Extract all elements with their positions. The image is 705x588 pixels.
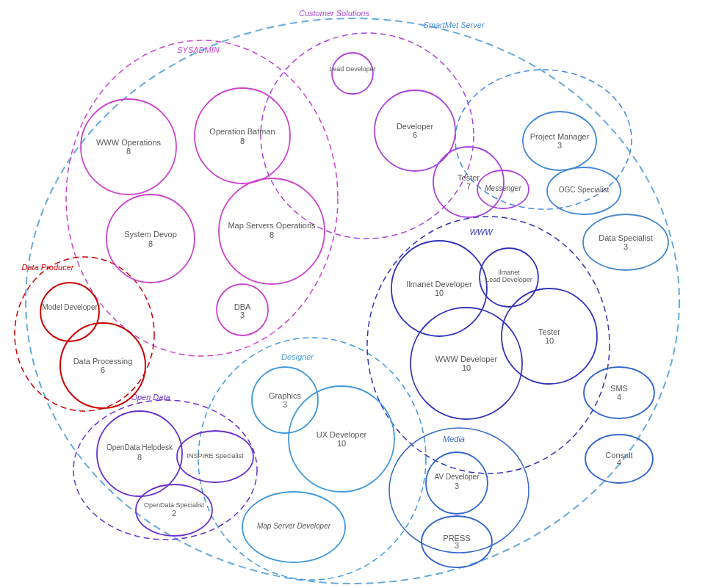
data-specialist-count: 3 <box>623 242 628 251</box>
opendata-helpdesk-count: 8 <box>137 453 142 462</box>
opendata-specialist-count: 2 <box>172 509 176 518</box>
ogc-specialist-label: OGC Specialist <box>559 186 610 194</box>
www-developer-label: WWW Developer <box>435 355 498 363</box>
project-manager-count: 3 <box>557 141 562 150</box>
inspire-specialist-label: INSPIRE Specialist <box>187 452 244 460</box>
media-label: Media <box>443 435 465 443</box>
av-developer-count: 3 <box>455 482 459 490</box>
ux-developer-count: 10 <box>337 439 346 448</box>
data-producer-label: Data Producer <box>22 263 75 272</box>
messenger-label: Messenger <box>485 184 521 192</box>
dba-count: 3 <box>240 311 245 319</box>
system-devop-label: System Devop <box>124 230 177 239</box>
diagram-container: SYSADMIN Customer Solutions SmartMet Ser… <box>0 0 705 588</box>
customer-solutions-label: Customer Solutions <box>299 9 369 18</box>
ux-developer-label: UX Developer <box>317 430 367 439</box>
data-producer-boundary <box>15 257 154 411</box>
model-developer-circle[interactable] <box>40 283 99 341</box>
www-boundary <box>367 217 610 473</box>
tester-cs-count: 7 <box>466 182 471 191</box>
opendata-helpdesk-label: OpenData Helpdesk <box>106 443 173 451</box>
model-developer-label: Model Developer <box>42 303 98 311</box>
graphics-count: 3 <box>283 400 287 409</box>
sysadmin-label: SYSADMIN <box>177 46 220 54</box>
lead-developer-cs-circle[interactable] <box>332 53 373 94</box>
consult-count: 4 <box>617 458 621 467</box>
data-specialist-label: Data Specialist <box>599 233 652 242</box>
tester-www-count: 10 <box>545 336 554 345</box>
customer-solutions-boundary <box>261 33 474 239</box>
system-devop-circle[interactable] <box>106 195 195 283</box>
ilmanet-developer-label: Ilmanet Developer <box>406 280 472 288</box>
tester-cs-label: Tester <box>458 173 480 182</box>
ilmanet-lead-developer-label: Ilmanet <box>498 269 520 276</box>
designer-label: Designer <box>281 352 314 361</box>
operation-batman-count: 8 <box>240 137 245 145</box>
av-developer-label: AV Developer <box>435 473 480 481</box>
sms-count: 4 <box>617 393 621 402</box>
developer-count: 6 <box>413 131 417 139</box>
data-processing-label: Data Processing <box>73 357 133 366</box>
sysadmin-boundary <box>66 40 338 356</box>
tester-www-label: Tester <box>538 327 560 336</box>
open-data-boundary <box>73 400 257 540</box>
bubble-chart: SYSADMIN Customer Solutions SmartMet Ser… <box>0 0 705 588</box>
www-operations-count: 8 <box>126 147 131 156</box>
open-data-label: Open Data <box>131 393 170 402</box>
www-operations-label: WWW Operations <box>96 138 162 147</box>
sms-label: SMS <box>610 384 628 393</box>
www-label: WWW <box>469 228 494 236</box>
map-servers-ops-label: Map Servers Operations <box>228 221 316 230</box>
data-processing-count: 6 <box>101 366 105 374</box>
opendata-specialist-label: OpenData Specialist <box>144 501 205 509</box>
smartmet-label: SmartMet Server <box>423 21 485 29</box>
www-developer-count: 10 <box>462 363 471 372</box>
map-servers-ops-count: 8 <box>270 231 274 239</box>
project-manager-label: Project Manager <box>530 132 590 141</box>
operation-batman-circle[interactable] <box>195 88 290 184</box>
press-count: 3 <box>455 541 459 550</box>
ilmanet-developer-count: 10 <box>435 288 444 297</box>
system-devop-count: 8 <box>148 239 153 248</box>
graphics-label: Graphics <box>269 391 302 400</box>
map-server-developer-label: Map Server Developer <box>257 522 331 530</box>
developer-label: Developer <box>397 122 433 131</box>
lead-developer-cs-label: Lead Developer <box>329 65 376 73</box>
ilmanet-lead-developer-label2: Lead Developer <box>485 276 532 283</box>
operation-batman-label: Operation Batman <box>209 127 275 136</box>
